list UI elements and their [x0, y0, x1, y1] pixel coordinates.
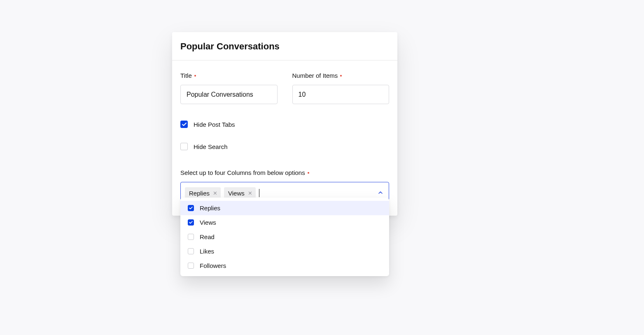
remove-tag-icon[interactable]: ✕: [213, 191, 217, 196]
option-followers[interactable]: Followers: [180, 258, 389, 273]
text-cursor-icon: [259, 189, 259, 197]
option-read[interactable]: Read: [180, 230, 389, 244]
hide-search-checkbox-row[interactable]: Hide Search: [180, 143, 389, 150]
card-title: Popular Conversations: [180, 41, 389, 52]
number-of-items-label-text: Number of Items: [292, 72, 338, 79]
option-checkbox[interactable]: [188, 248, 194, 254]
hide-search-checkbox[interactable]: [180, 143, 188, 150]
required-indicator-icon: [340, 75, 342, 77]
option-replies[interactable]: Replies: [180, 201, 389, 215]
option-label: Views: [200, 219, 216, 226]
option-checkbox[interactable]: [188, 234, 194, 240]
hide-post-tabs-checkbox-row[interactable]: Hide Post Tabs: [180, 121, 389, 128]
option-label: Replies: [200, 205, 220, 212]
required-indicator-icon: [194, 75, 196, 77]
title-label-text: Title: [180, 72, 192, 79]
columns-select-label-text: Select up to four Columns from below opt…: [180, 169, 305, 176]
check-icon: [189, 221, 193, 224]
selected-tag-label: Replies: [189, 190, 210, 197]
number-of-items-input[interactable]: [292, 85, 390, 104]
option-views[interactable]: Views: [180, 215, 389, 230]
option-likes[interactable]: Likes: [180, 244, 389, 258]
fields-row: Title Number of Items: [180, 72, 389, 104]
option-label: Likes: [200, 248, 214, 255]
option-checkbox[interactable]: [188, 263, 194, 269]
option-label: Read: [200, 233, 215, 240]
title-input[interactable]: [180, 85, 278, 104]
columns-select-label: Select up to four Columns from below opt…: [180, 169, 389, 176]
title-label: Title: [180, 72, 278, 79]
option-label: Followers: [200, 262, 226, 269]
number-of-items-label: Number of Items: [292, 72, 390, 79]
selected-tag-label: Views: [228, 190, 245, 197]
chevron-up-icon[interactable]: [378, 189, 383, 197]
settings-card: Popular Conversations Title Number of It…: [172, 32, 397, 216]
option-checkbox[interactable]: [188, 205, 194, 211]
hide-search-label: Hide Search: [194, 143, 228, 150]
columns-dropdown: Replies Views Read Likes Followers: [180, 198, 389, 276]
card-body: Title Number of Items Hide Post Tabs: [172, 60, 397, 216]
check-icon: [189, 207, 193, 209]
option-checkbox[interactable]: [188, 219, 194, 226]
number-of-items-field: Number of Items: [292, 72, 390, 104]
remove-tag-icon[interactable]: ✕: [248, 191, 252, 196]
required-indicator-icon: [308, 172, 309, 174]
check-icon: [182, 123, 187, 126]
card-header: Popular Conversations: [172, 32, 397, 60]
title-field: Title: [180, 72, 278, 104]
hide-post-tabs-label: Hide Post Tabs: [194, 121, 235, 128]
hide-post-tabs-checkbox[interactable]: [180, 121, 188, 128]
